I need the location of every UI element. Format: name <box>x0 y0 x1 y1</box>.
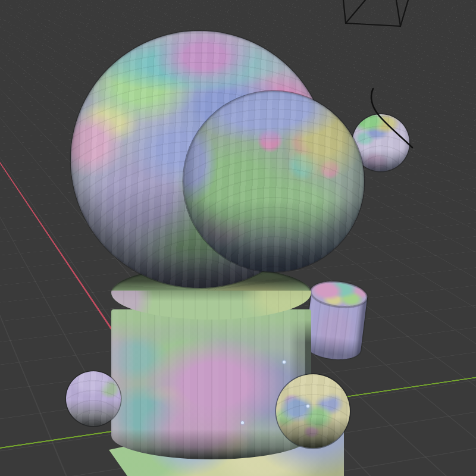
object-origin-dot <box>306 405 309 408</box>
mesh-body-cylinder[interactable] <box>111 309 311 459</box>
3d-viewport[interactable] <box>0 0 476 476</box>
mesh-paw-sphere[interactable] <box>66 371 121 426</box>
floor-grid <box>0 0 476 26</box>
mesh-foot-sphere[interactable] <box>276 374 350 448</box>
mesh-face-sphere[interactable] <box>183 91 364 272</box>
object-origin-dot <box>241 421 244 424</box>
object-origin-dot <box>283 361 286 364</box>
